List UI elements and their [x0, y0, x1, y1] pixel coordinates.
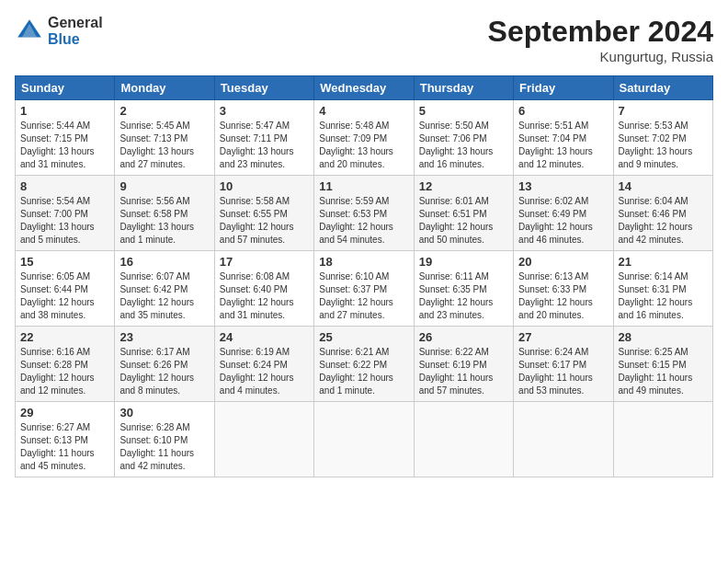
calendar-cell: 10Sunrise: 5:58 AM Sunset: 6:55 PM Dayli…: [214, 176, 313, 251]
day-info: Sunrise: 6:16 AM Sunset: 6:28 PM Dayligh…: [20, 346, 109, 397]
day-number: 14: [619, 179, 708, 193]
day-info: Sunrise: 5:56 AM Sunset: 6:58 PM Dayligh…: [119, 195, 209, 247]
weekday-header: Thursday: [414, 76, 513, 100]
weekday-header: Sunday: [16, 76, 115, 100]
day-info: Sunrise: 6:13 AM Sunset: 6:33 PM Dayligh…: [518, 270, 608, 322]
calendar-cell: 2Sunrise: 5:45 AM Sunset: 7:13 PM Daylig…: [115, 100, 214, 176]
day-number: 15: [20, 255, 109, 269]
day-info: Sunrise: 6:05 AM Sunset: 6:44 PM Dayligh…: [20, 270, 109, 322]
calendar-cell: [414, 402, 513, 477]
day-info: Sunrise: 5:58 AM Sunset: 6:55 PM Dayligh…: [220, 195, 309, 247]
calendar-cell: 24Sunrise: 6:19 AM Sunset: 6:24 PM Dayli…: [214, 327, 313, 402]
day-number: 26: [419, 330, 508, 344]
calendar-cell: 19Sunrise: 6:11 AM Sunset: 6:35 PM Dayli…: [414, 251, 513, 327]
day-info: Sunrise: 6:17 AM Sunset: 6:26 PM Dayligh…: [119, 346, 209, 397]
location-text: Kungurtug, Russia: [488, 49, 713, 64]
calendar-cell: 23Sunrise: 6:17 AM Sunset: 6:26 PM Dayli…: [115, 327, 214, 402]
calendar-cell: 25Sunrise: 6:21 AM Sunset: 6:22 PM Dayli…: [314, 327, 414, 402]
calendar-cell: 4Sunrise: 5:48 AM Sunset: 7:09 PM Daylig…: [314, 100, 414, 176]
day-number: 22: [20, 330, 109, 344]
calendar-cell: 22Sunrise: 6:16 AM Sunset: 6:28 PM Dayli…: [16, 327, 115, 402]
day-number: 21: [619, 255, 708, 269]
calendar-cell: [613, 402, 712, 477]
day-info: Sunrise: 6:02 AM Sunset: 6:49 PM Dayligh…: [518, 195, 608, 247]
day-info: Sunrise: 5:44 AM Sunset: 7:15 PM Dayligh…: [20, 120, 109, 171]
day-number: 28: [619, 330, 708, 344]
weekday-header: Friday: [514, 76, 613, 100]
calendar-week-row: 1Sunrise: 5:44 AM Sunset: 7:15 PM Daylig…: [16, 100, 713, 176]
weekday-header: Tuesday: [214, 76, 313, 100]
day-info: Sunrise: 6:28 AM Sunset: 6:10 PM Dayligh…: [119, 421, 209, 473]
calendar-cell: 12Sunrise: 6:01 AM Sunset: 6:51 PM Dayli…: [414, 176, 513, 251]
calendar-cell: 30Sunrise: 6:28 AM Sunset: 6:10 PM Dayli…: [115, 402, 214, 477]
weekday-header: Monday: [115, 76, 214, 100]
day-info: Sunrise: 6:25 AM Sunset: 6:15 PM Dayligh…: [619, 346, 708, 397]
title-block: September 2024 Kungurtug, Russia: [488, 15, 713, 64]
logo-general-text: General: [48, 15, 103, 31]
day-number: 3: [220, 104, 309, 118]
calendar-cell: 18Sunrise: 6:10 AM Sunset: 6:37 PM Dayli…: [314, 251, 414, 327]
logo-text: General Blue: [48, 15, 103, 47]
calendar-week-row: 8Sunrise: 5:54 AM Sunset: 7:00 PM Daylig…: [16, 176, 713, 251]
day-number: 27: [518, 330, 608, 344]
logo: General Blue: [15, 15, 103, 47]
day-info: Sunrise: 6:01 AM Sunset: 6:51 PM Dayligh…: [419, 195, 508, 247]
calendar-cell: 13Sunrise: 6:02 AM Sunset: 6:49 PM Dayli…: [514, 176, 613, 251]
day-info: Sunrise: 6:10 AM Sunset: 6:37 PM Dayligh…: [319, 270, 408, 322]
day-number: 12: [419, 179, 508, 193]
day-number: 20: [518, 255, 608, 269]
calendar-cell: 21Sunrise: 6:14 AM Sunset: 6:31 PM Dayli…: [613, 251, 712, 327]
day-number: 23: [119, 330, 209, 344]
calendar-cell: 1Sunrise: 5:44 AM Sunset: 7:15 PM Daylig…: [16, 100, 115, 176]
day-info: Sunrise: 5:51 AM Sunset: 7:04 PM Dayligh…: [518, 120, 608, 171]
day-info: Sunrise: 5:47 AM Sunset: 7:11 PM Dayligh…: [220, 120, 309, 171]
weekday-header: Saturday: [613, 76, 712, 100]
day-info: Sunrise: 5:59 AM Sunset: 6:53 PM Dayligh…: [319, 195, 408, 247]
day-number: 5: [419, 104, 508, 118]
day-info: Sunrise: 6:19 AM Sunset: 6:24 PM Dayligh…: [220, 346, 309, 397]
calendar-cell: 9Sunrise: 5:56 AM Sunset: 6:58 PM Daylig…: [115, 176, 214, 251]
day-number: 17: [220, 255, 309, 269]
calendar-cell: 27Sunrise: 6:24 AM Sunset: 6:17 PM Dayli…: [514, 327, 613, 402]
calendar-week-row: 29Sunrise: 6:27 AM Sunset: 6:13 PM Dayli…: [16, 402, 713, 477]
day-number: 8: [20, 179, 109, 193]
day-number: 4: [319, 104, 408, 118]
day-number: 1: [20, 104, 109, 118]
day-number: 16: [119, 255, 209, 269]
page-header: General Blue September 2024 Kungurtug, R…: [15, 15, 713, 64]
calendar-cell: 28Sunrise: 6:25 AM Sunset: 6:15 PM Dayli…: [613, 327, 712, 402]
calendar-cell: 29Sunrise: 6:27 AM Sunset: 6:13 PM Dayli…: [16, 402, 115, 477]
weekday-header: Wednesday: [314, 76, 414, 100]
calendar-cell: 17Sunrise: 6:08 AM Sunset: 6:40 PM Dayli…: [214, 251, 313, 327]
calendar-cell: [214, 402, 313, 477]
day-info: Sunrise: 6:14 AM Sunset: 6:31 PM Dayligh…: [619, 270, 708, 322]
day-info: Sunrise: 5:54 AM Sunset: 7:00 PM Dayligh…: [20, 195, 109, 247]
day-number: 19: [419, 255, 508, 269]
calendar-cell: 20Sunrise: 6:13 AM Sunset: 6:33 PM Dayli…: [514, 251, 613, 327]
calendar-cell: 5Sunrise: 5:50 AM Sunset: 7:06 PM Daylig…: [414, 100, 513, 176]
day-info: Sunrise: 5:45 AM Sunset: 7:13 PM Dayligh…: [119, 120, 209, 171]
day-number: 9: [119, 179, 209, 193]
day-info: Sunrise: 6:08 AM Sunset: 6:40 PM Dayligh…: [220, 270, 309, 322]
day-number: 29: [20, 406, 109, 419]
calendar-cell: 16Sunrise: 6:07 AM Sunset: 6:42 PM Dayli…: [115, 251, 214, 327]
calendar-cell: 7Sunrise: 5:53 AM Sunset: 7:02 PM Daylig…: [613, 100, 712, 176]
day-number: 11: [319, 179, 408, 193]
day-number: 24: [220, 330, 309, 344]
day-number: 2: [119, 104, 209, 118]
month-year-title: September 2024: [488, 15, 713, 49]
day-info: Sunrise: 6:07 AM Sunset: 6:42 PM Dayligh…: [119, 270, 209, 322]
calendar-cell: 15Sunrise: 6:05 AM Sunset: 6:44 PM Dayli…: [16, 251, 115, 327]
calendar-cell: 11Sunrise: 5:59 AM Sunset: 6:53 PM Dayli…: [314, 176, 414, 251]
day-number: 6: [518, 104, 608, 118]
calendar-cell: 26Sunrise: 6:22 AM Sunset: 6:19 PM Dayli…: [414, 327, 513, 402]
day-number: 7: [619, 104, 708, 118]
day-info: Sunrise: 6:21 AM Sunset: 6:22 PM Dayligh…: [319, 346, 408, 397]
day-info: Sunrise: 6:04 AM Sunset: 6:46 PM Dayligh…: [619, 195, 708, 247]
day-number: 13: [518, 179, 608, 193]
calendar-table: SundayMondayTuesdayWednesdayThursdayFrid…: [15, 75, 713, 477]
day-info: Sunrise: 6:24 AM Sunset: 6:17 PM Dayligh…: [518, 346, 608, 397]
calendar-cell: 3Sunrise: 5:47 AM Sunset: 7:11 PM Daylig…: [214, 100, 313, 176]
day-number: 10: [220, 179, 309, 193]
calendar-week-row: 22Sunrise: 6:16 AM Sunset: 6:28 PM Dayli…: [16, 327, 713, 402]
